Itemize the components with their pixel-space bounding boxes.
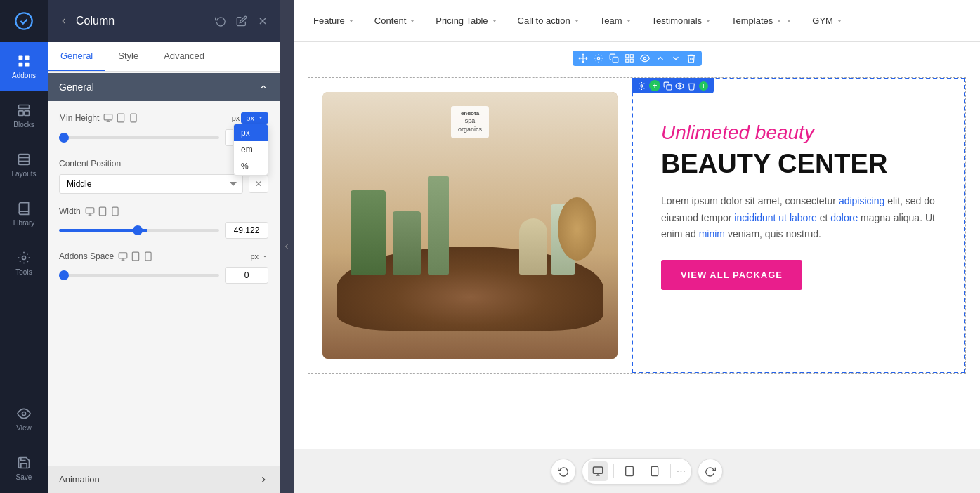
product-scene: endota spa organics [322,92,618,359]
unit-badge-px[interactable]: px [241,112,268,124]
unit-option-px[interactable]: px [234,124,268,141]
addon-toolbar: + [632,78,714,93]
chevron-down-nav-3 [491,18,498,25]
move-icon[interactable] [578,53,588,63]
mobile-icon[interactable] [129,113,138,123]
copy-icon[interactable] [609,53,619,63]
sidebar-item-save[interactable]: Save [0,444,48,493]
grid-icon[interactable] [625,53,634,63]
sidebar-item-addons-label: Addons [12,72,36,79]
eye-addon-icon[interactable] [675,81,684,91]
desktop-icon[interactable] [103,113,113,123]
desktop-icon-2[interactable] [85,206,95,216]
refresh-icon[interactable] [215,15,226,27]
tablet-icon-2[interactable] [98,206,107,216]
back-button[interactable] [59,16,69,26]
chevron-down-nav-4 [573,18,580,25]
tablet-icon[interactable] [116,113,126,123]
desktop-device-btn[interactable] [588,461,608,481]
sidebar: Addons Blocks Layouts Library Tools [0,0,48,493]
mobile-icon-2[interactable] [110,206,120,216]
mobile-device-btn[interactable] [645,461,665,481]
chevron-down-nav-8 [836,18,843,25]
content-position-clear[interactable]: ✕ [249,175,268,193]
settings-addon-icon[interactable] [637,81,646,91]
sidebar-item-library[interactable]: Library [0,190,48,239]
link-dolore[interactable]: dolore [830,212,858,223]
svg-rect-2 [25,56,30,60]
animation-section[interactable]: Animation [48,466,280,493]
nav-team[interactable]: Team [592,10,641,32]
eye-icon[interactable] [640,53,650,63]
addons-space-label: Addons Space px [59,251,268,261]
chevron-up-row[interactable] [655,53,665,63]
svg-rect-32 [132,252,138,261]
width-input[interactable]: 49.122 [225,222,268,239]
svg-point-0 [15,13,32,29]
nav-pricing-table[interactable]: Pricing Table [427,10,506,32]
link-incididunt[interactable]: incididunt ut labore [734,212,817,223]
chevron-down-row[interactable] [671,53,681,63]
nav-call-to-action[interactable]: Call to action [509,10,589,32]
content-position-select[interactable]: Middle Top Bottom [59,174,243,194]
addons-space-slider[interactable] [59,274,219,277]
undo-btn[interactable] [551,459,576,484]
animation-label: Animation [59,474,100,485]
desktop-icon-3[interactable] [118,251,128,261]
unit-option-percent[interactable]: % [234,158,268,175]
sidebar-item-tools[interactable]: Tools [0,239,48,288]
plus-addon-icon[interactable] [699,81,708,91]
panel-collapse-btn[interactable] [280,0,294,493]
svg-rect-40 [625,59,628,62]
link-adipisicing[interactable]: adipisicing [839,195,884,206]
nav-templates[interactable]: Templates [723,10,801,32]
panel-body: Min Height px px px em % [48,101,280,466]
addons-space-input[interactable]: 0 [225,267,268,284]
undo-icon [558,466,569,477]
min-height-slider[interactable] [59,136,219,139]
svg-rect-53 [651,466,658,475]
svg-rect-41 [630,59,633,62]
copy-addon-icon[interactable] [663,81,672,91]
sidebar-item-blocks[interactable]: Blocks [0,91,48,140]
tablet-device-btn[interactable] [620,461,639,481]
add-addon-btn[interactable]: + [649,80,660,91]
sidebar-item-layouts[interactable]: Layouts [0,140,48,190]
mobile-icon-3[interactable] [143,251,153,261]
general-section-header[interactable]: General [48,73,280,101]
panel-header-left: Column [59,15,115,27]
panel-title: Column [76,15,115,27]
nav-feature[interactable]: Feature [305,10,363,32]
unit-option-em[interactable]: em [234,141,268,158]
bottle-1 [351,190,386,275]
width-slider[interactable] [59,229,219,232]
close-icon[interactable] [257,15,268,27]
sidebar-item-save-label: Save [16,473,32,481]
delete-row-icon[interactable] [686,53,696,63]
chevron-down-icon[interactable] [261,253,268,260]
delete-addon-icon[interactable] [687,81,696,91]
nav-content[interactable]: Content [366,10,425,32]
nav-testimonials[interactable]: Testimonials [643,10,721,32]
px-label-2: px [250,252,259,261]
content-section: endota spa organics + [308,77,966,374]
brush [558,197,596,261]
sidebar-item-view[interactable]: View [0,395,48,444]
edit-icon[interactable] [236,15,247,27]
link-minim[interactable]: minim [699,228,725,239]
main-area: Feature Content Pricing Table Call to ac… [294,0,980,493]
tab-advanced[interactable]: Advanced [151,42,217,71]
settings-icon[interactable] [594,53,603,63]
cta-button[interactable]: VIEW ALL PACKAGE [661,260,802,290]
tablet-icon-3[interactable] [131,251,141,261]
addons-space-field: Addons Space px 0 [59,251,268,284]
nav-gym-label: GYM [812,15,833,26]
unit-selector[interactable]: px px em % [241,112,268,124]
tab-style[interactable]: Style [105,42,151,71]
tab-general[interactable]: General [48,42,105,71]
collapse-arrow-icon [282,242,291,251]
nav-gym[interactable]: GYM [804,10,851,32]
sidebar-item-addons[interactable]: Addons [0,42,48,91]
redo-btn[interactable] [698,459,723,484]
device-separator-2 [670,464,671,478]
